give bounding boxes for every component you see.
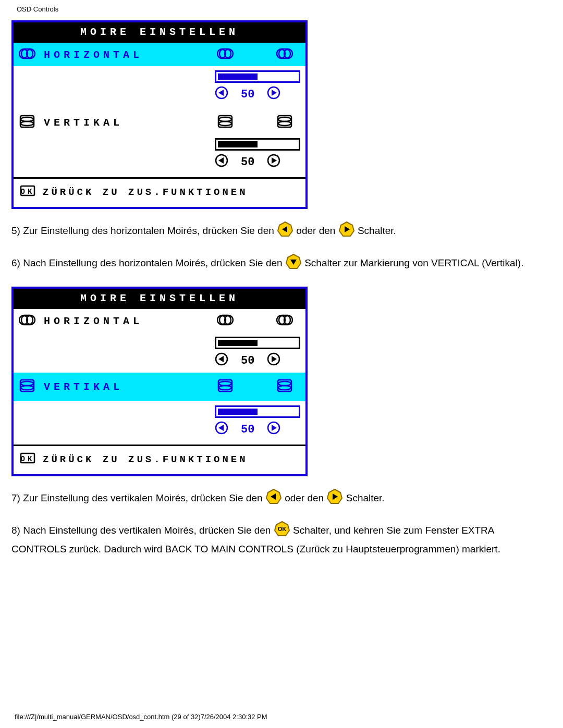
osd-label: HORIZONTAL: [44, 49, 143, 61]
moire-horizontal-icon: [217, 47, 235, 63]
osd-title: MOIRE EINSTELLEN: [14, 289, 305, 309]
moire-vertical-icon: [276, 379, 294, 395]
moire-vertical-icon: [217, 115, 235, 131]
slider-bar: [215, 138, 300, 151]
osd-row-vertical-value: 50: [14, 401, 305, 441]
slider-value: 50: [241, 423, 254, 436]
osd-row-horizontal[interactable]: HORIZONTAL: [14, 43, 305, 66]
moire-horizontal-icon: [19, 313, 36, 329]
osd-row-horizontal-value: 50: [14, 332, 305, 373]
osd-row-vertical-value: 50: [14, 134, 305, 174]
slider-bar: [215, 337, 300, 349]
osd-panel-vertical: MOIRE EINSTELLEN HORIZONTAL: [11, 287, 308, 476]
osd-row-vertical[interactable]: VERTIKAL: [14, 373, 305, 401]
step-5: 5) Zur Einstellung des horizontalen Moir…: [11, 221, 552, 241]
osd-label: HORIZONTAL: [44, 315, 143, 327]
slider-value: 50: [241, 88, 254, 101]
moire-horizontal-icon: [19, 47, 36, 63]
osd-panel-horizontal: MOIRE EINSTELLEN HORIZONTAL: [11, 20, 308, 209]
osd-label: VERTIKAL: [44, 117, 123, 129]
osd-row-vertical[interactable]: VERTIKAL: [14, 106, 305, 134]
osd-back-row[interactable]: ZÜRÜCK ZU ZUS.FUNKTIONEN: [14, 446, 305, 474]
left-button-icon: [266, 489, 282, 509]
down-button-icon: [286, 254, 301, 274]
slider-value: 50: [241, 354, 254, 367]
ok-button-icon: OK: [274, 521, 290, 541]
right-button-icon: [339, 221, 354, 241]
arrow-right-icon[interactable]: [267, 154, 280, 171]
arrow-right-icon[interactable]: [267, 421, 280, 438]
osd-back-label: ZÜRÜCK ZU ZUS.FUNKTIONEN: [43, 454, 248, 465]
slider-value: 50: [241, 156, 254, 169]
left-button-icon: [277, 221, 293, 241]
step-7: 7) Zur Einstellung des vertikalen Moirés…: [11, 489, 552, 509]
moire-horizontal-icon: [217, 313, 235, 329]
slider-bar: [215, 405, 300, 418]
ok-icon: [20, 184, 35, 201]
svg-text:OK: OK: [277, 526, 286, 532]
step-6: 6) Nach Einstellung des horizontalen Moi…: [11, 254, 552, 274]
osd-back-row[interactable]: ZÜRÜCK ZU ZUS.FUNKTIONEN: [14, 179, 305, 207]
page-footer: file:///Z|/multi_manual/GERMAN/OSD/osd_c…: [15, 713, 267, 721]
osd-row-horizontal[interactable]: HORIZONTAL: [14, 309, 305, 332]
page-header: OSD Controls: [11, 0, 552, 20]
arrow-left-icon[interactable]: [215, 86, 228, 103]
arrow-right-icon[interactable]: [267, 86, 280, 103]
step-8: 8) Nach Einstellung des vertikalen Moiré…: [11, 521, 552, 557]
moire-vertical-icon: [217, 379, 235, 395]
osd-row-horizontal-value: 50: [14, 66, 305, 106]
moire-vertical-icon: [19, 115, 36, 131]
osd-back-label: ZÜRÜCK ZU ZUS.FUNKTIONEN: [43, 187, 248, 198]
moire-horizontal-icon: [276, 47, 294, 63]
moire-vertical-icon: [19, 379, 36, 395]
arrow-left-icon[interactable]: [215, 154, 228, 171]
slider-bar: [215, 70, 300, 83]
right-button-icon: [327, 489, 342, 509]
osd-label: VERTIKAL: [44, 381, 123, 393]
ok-icon: [20, 451, 35, 468]
moire-vertical-icon: [276, 115, 294, 131]
moire-horizontal-icon: [276, 313, 294, 329]
arrow-left-icon[interactable]: [215, 421, 228, 438]
arrow-left-icon[interactable]: [215, 352, 228, 369]
arrow-right-icon[interactable]: [267, 352, 280, 369]
osd-title: MOIRE EINSTELLEN: [14, 22, 305, 43]
